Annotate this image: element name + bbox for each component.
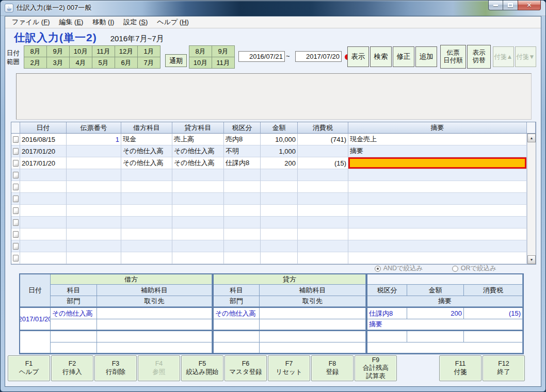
cell-tax-amount[interactable]: (741): [298, 134, 348, 145]
cell-memo[interactable]: [348, 193, 527, 205]
cell-amount[interactable]: [261, 169, 298, 181]
month-button[interactable]: 8月: [24, 45, 47, 57]
row-note-button[interactable]: [11, 145, 20, 157]
detail-tax-amount[interactable]: (15): [464, 308, 523, 319]
detail-credit-account[interactable]: その他仕入高: [214, 308, 260, 319]
cell-date[interactable]: [20, 217, 67, 228]
detail-debit-account[interactable]: [51, 331, 97, 342]
row-note-button[interactable]: [11, 240, 20, 252]
row-note-button[interactable]: [11, 228, 20, 240]
month-button[interactable]: 11月: [212, 57, 235, 69]
cell-debit[interactable]: その他仕入高: [121, 157, 172, 169]
cell-tax-class[interactable]: [224, 205, 261, 217]
slip-date-order-button[interactable]: 伝票日付順: [440, 45, 466, 69]
cell-credit[interactable]: [172, 169, 224, 181]
cell-tax-amount[interactable]: [298, 169, 348, 181]
menu-item[interactable]: 設定 (S): [119, 17, 152, 28]
detail-amount[interactable]: 200: [407, 308, 464, 319]
month-button[interactable]: 9月: [46, 45, 70, 57]
scroll-up-button[interactable]: ▲: [527, 134, 536, 142]
cell-credit[interactable]: [172, 181, 224, 193]
cell-memo[interactable]: [348, 217, 527, 228]
cell-date[interactable]: [20, 252, 67, 264]
fkey-f1-button[interactable]: F1ヘルプ: [8, 355, 50, 381]
cell-date[interactable]: 2016/08/15: [20, 134, 67, 145]
date-to-input[interactable]: [295, 51, 342, 62]
cell-credit[interactable]: [172, 205, 224, 217]
cell-tax-amount[interactable]: (15): [298, 157, 348, 169]
cell-debit[interactable]: その他仕入高: [121, 145, 172, 157]
cell-credit[interactable]: [172, 252, 224, 264]
month-button[interactable]: 12月: [115, 45, 138, 57]
fkey-f5-button[interactable]: F5絞込み開始: [181, 355, 223, 381]
month-button[interactable]: 3月: [46, 57, 70, 69]
cell-memo[interactable]: [348, 205, 527, 217]
cell-credit[interactable]: 売上高: [172, 134, 224, 145]
detail-credit-account[interactable]: [214, 331, 260, 342]
append-button[interactable]: 追加: [415, 46, 437, 67]
month-button[interactable]: 8月: [189, 45, 212, 57]
cell-amount[interactable]: [261, 252, 298, 264]
row-note-button[interactable]: [11, 134, 20, 145]
cell-debit[interactable]: 現金: [121, 134, 172, 145]
month-button[interactable]: 9月: [212, 45, 235, 57]
cell-slip-no[interactable]: [67, 240, 121, 252]
cell-tax-amount[interactable]: [298, 193, 348, 205]
cell-debit[interactable]: [121, 193, 172, 205]
cell-tax-class[interactable]: 仕課内8: [224, 157, 261, 169]
vertical-scrollbar[interactable]: ▲▼: [527, 134, 536, 264]
detail-credit-sub-account[interactable]: [260, 308, 366, 319]
row-note-button[interactable]: [11, 205, 20, 217]
row-note-button[interactable]: [11, 157, 20, 169]
detail-debit-client[interactable]: [97, 319, 212, 330]
row-note-button[interactable]: [11, 169, 20, 181]
cell-date[interactable]: [20, 240, 67, 252]
detail-credit-department[interactable]: [214, 342, 260, 353]
cell-date[interactable]: [20, 193, 67, 205]
minimize-button[interactable]: [488, 1, 503, 10]
row-note-button[interactable]: [11, 193, 20, 205]
cell-date[interactable]: 2017/01/20: [20, 157, 67, 169]
cell-tax-class[interactable]: [224, 217, 261, 228]
cell-credit[interactable]: [172, 193, 224, 205]
fkey-f3-button[interactable]: F3行削除: [94, 355, 137, 381]
month-button[interactable]: 2月: [24, 57, 47, 69]
cell-tax-class[interactable]: [224, 228, 261, 240]
cell-slip-no[interactable]: 1: [67, 134, 121, 145]
menu-item[interactable]: ファイル (F): [7, 17, 54, 28]
detail-amount[interactable]: [407, 331, 464, 342]
detail-tax-class[interactable]: 仕課内8: [367, 308, 407, 319]
cell-tax-amount[interactable]: [298, 252, 348, 264]
cell-tax-class[interactable]: [224, 169, 261, 181]
cell-amount[interactable]: [261, 193, 298, 205]
cell-debit[interactable]: [121, 228, 172, 240]
month-button[interactable]: 10月: [69, 45, 92, 57]
scrollbar-track[interactable]: [527, 142, 536, 255]
or-filter-radio[interactable]: ORで絞込み: [452, 264, 496, 273]
full-period-button[interactable]: 通期: [165, 54, 187, 67]
cell-slip-no[interactable]: [67, 228, 121, 240]
detail-date[interactable]: 2017/01/20: [20, 308, 51, 330]
cell-tax-class[interactable]: [224, 181, 261, 193]
date-from-input[interactable]: [238, 51, 285, 62]
display-switch-button[interactable]: 表示切替: [467, 45, 491, 69]
cell-tax-amount[interactable]: [298, 228, 348, 240]
detail-tax-amount[interactable]: [464, 331, 523, 342]
cell-tax-amount[interactable]: [298, 145, 348, 157]
fkey-f2-button[interactable]: F2行挿入: [51, 355, 93, 381]
cell-date[interactable]: [20, 169, 67, 181]
search-button[interactable]: 検索: [370, 46, 392, 67]
cell-tax-class[interactable]: [224, 240, 261, 252]
row-note-button[interactable]: [11, 252, 20, 264]
cell-memo[interactable]: [348, 157, 527, 169]
cell-debit[interactable]: [121, 217, 172, 228]
detail-credit-sub-account[interactable]: [260, 331, 366, 342]
detail-debit-client[interactable]: [97, 342, 212, 353]
month-button[interactable]: 1月: [137, 45, 160, 57]
detail-credit-client[interactable]: [260, 319, 366, 330]
menu-item[interactable]: 編集 (E): [54, 17, 88, 28]
detail-credit-client[interactable]: [260, 342, 366, 353]
cell-amount[interactable]: [261, 181, 298, 193]
month-button[interactable]: 11月: [92, 45, 115, 57]
cell-date[interactable]: [20, 205, 67, 217]
